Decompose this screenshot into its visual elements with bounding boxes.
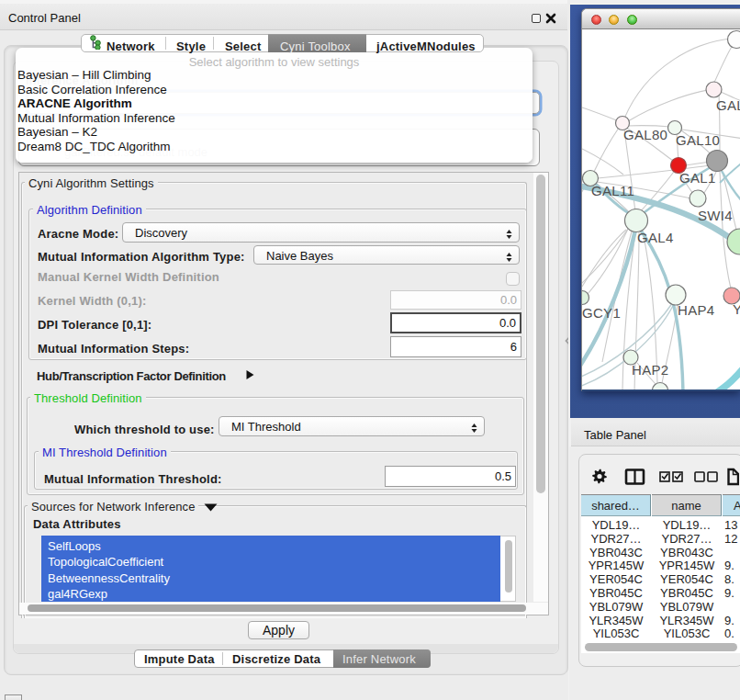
svg-text:GAL7: GAL7 [716,97,740,113]
svg-text:GCY1: GCY1 [582,305,621,321]
svg-text:HAP2: HAP2 [632,362,668,378]
svg-text:HAP4: HAP4 [678,302,714,318]
svg-text:YEL: YEL [733,301,740,317]
svg-text:GAL11: GAL11 [591,183,634,198]
svg-text:GAL10: GAL10 [676,132,720,148]
svg-text:SWI4: SWI4 [698,208,733,223]
svg-text:GAL1: GAL1 [679,170,716,186]
svg-text:GAL80: GAL80 [623,127,667,142]
svg-text:GAL4: GAL4 [637,230,674,245]
